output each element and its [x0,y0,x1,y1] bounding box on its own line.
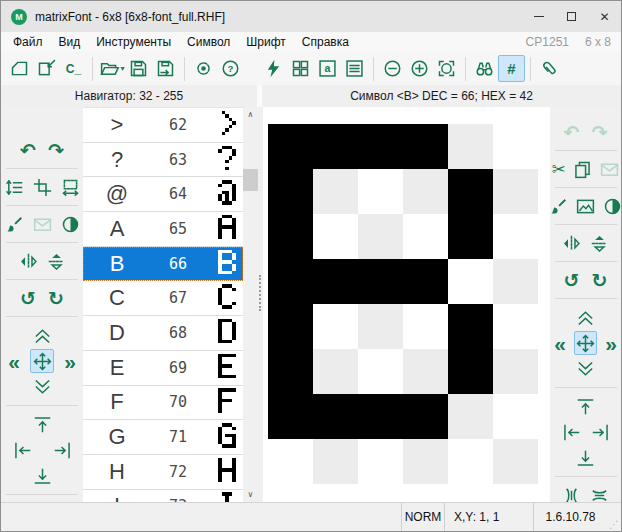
zoom-in-button[interactable] [406,55,433,82]
list-item-char-73[interactable]: I73 [83,490,243,502]
list-item-char-71[interactable]: G71 [83,420,243,455]
pixel-cell[interactable] [358,259,403,304]
char-height-button[interactable] [2,175,26,199]
list-item-char-63[interactable]: ?63 [83,143,243,178]
squeeze-horizontal-button[interactable] [560,483,584,502]
pixel-cell[interactable] [313,439,358,484]
pixel-cell[interactable] [403,214,448,259]
pixel-cell[interactable] [403,124,448,169]
list-item-char-68[interactable]: D68 [83,316,243,351]
resize-grip[interactable]: ⋰ [607,503,621,531]
find-button[interactable] [471,55,498,82]
shift-right-button[interactable]: » [58,349,82,373]
attach-button[interactable] [536,55,563,82]
menu-item-file[interactable]: Файл [5,33,51,51]
rotate-right-button[interactable]: ↻ [588,268,612,292]
maximize-button[interactable] [555,1,588,32]
pixel-cell[interactable] [403,169,448,214]
pixel-cell[interactable] [358,304,403,349]
flip-horizontal-button[interactable] [560,231,584,255]
pixel-cell[interactable] [313,124,358,169]
rotate-right-button[interactable]: ↻ [44,286,68,310]
grid-toggle-button[interactable]: # [498,55,525,82]
preview-text-button[interactable] [341,55,368,82]
menu-item-view[interactable]: Вид [51,33,89,51]
pixel-cell[interactable] [403,349,448,394]
snap-left-button[interactable] [559,420,583,444]
pixel-cell[interactable] [493,304,538,349]
pixel-cell[interactable] [268,349,313,394]
snap-bottom-button[interactable] [574,446,598,470]
pixel-cell[interactable] [403,304,448,349]
undo-button[interactable]: ↶ [16,138,40,162]
pixel-cell[interactable] [268,124,313,169]
pixel-cell[interactable] [358,394,403,439]
shift-up-button[interactable] [574,305,598,329]
list-item-char-66[interactable]: B66 [83,247,243,282]
list-item-char-64[interactable]: @64 [83,177,243,212]
scroll-down-arrow[interactable]: ∨ [243,487,258,502]
pixel-cell[interactable] [358,439,403,484]
flip-vertical-button[interactable] [588,231,612,255]
menu-item-help[interactable]: Справка [294,33,357,51]
pixel-cell[interactable] [403,439,448,484]
shift-left-button[interactable]: « [2,349,26,373]
font-new-button[interactable] [6,55,33,82]
pixel-cell[interactable] [358,169,403,214]
brush-button[interactable] [550,194,570,218]
copy-button[interactable] [571,157,594,181]
pixel-cell[interactable] [358,349,403,394]
pixel-cell[interactable] [313,169,358,214]
pixel-cell[interactable] [448,304,493,349]
shift-center-button[interactable] [30,349,54,373]
pixel-cell[interactable] [313,259,358,304]
pixel-cell[interactable] [268,394,313,439]
pixel-cell[interactable] [448,214,493,259]
charset-new-button[interactable]: C_ [60,55,87,82]
list-scrollbar[interactable]: ∧ ∨ [243,107,258,502]
scroll-up-arrow[interactable]: ∧ [243,107,258,122]
pixel-cell[interactable] [493,169,538,214]
pixel-cell[interactable] [313,214,358,259]
shift-center-button[interactable] [574,331,597,355]
snap-bottom-button[interactable] [30,464,54,488]
snap-left-button[interactable] [10,438,34,462]
list-item-char-65[interactable]: A65 [83,212,243,247]
pixel-cell[interactable] [268,214,313,259]
redo-button[interactable]: ↷ [44,138,68,162]
pixel-cell[interactable] [358,124,403,169]
list-item-char-69[interactable]: E69 [83,351,243,386]
list-item-char-72[interactable]: H72 [83,455,243,490]
pixel-cell[interactable] [493,394,538,439]
pixel-cell[interactable] [268,259,313,304]
rotate-left-button[interactable]: ↺ [560,268,584,292]
zoom-out-button[interactable] [379,55,406,82]
pixel-cell[interactable] [313,349,358,394]
pixel-cell[interactable] [493,259,538,304]
panel-splitter[interactable] [258,107,263,502]
snap-top-button[interactable] [30,412,54,436]
rotate-left-button[interactable]: ↺ [16,286,40,310]
font-import-button[interactable] [33,55,60,82]
save-as-button[interactable] [152,55,179,82]
crop-button[interactable] [30,175,54,199]
snap-right-button[interactable] [588,420,612,444]
menu-item-symbol[interactable]: Символ [179,33,238,51]
list-item-char-70[interactable]: F70 [83,386,243,421]
pixel-cell[interactable] [268,169,313,214]
shift-right-button[interactable]: » [601,331,621,355]
pixel-cell[interactable] [448,439,493,484]
preview-char-button[interactable]: a [314,55,341,82]
minimize-button[interactable] [522,1,555,32]
pixel-cell[interactable] [448,394,493,439]
invert-button[interactable] [58,212,82,236]
pixel-cell[interactable] [268,439,313,484]
cut-button[interactable]: ✂ [550,157,567,181]
list-item-char-67[interactable]: C67 [83,281,243,316]
shift-up-button[interactable] [30,323,54,347]
invert-button[interactable] [601,194,621,218]
pixel-cell[interactable] [448,349,493,394]
optimize-button[interactable] [260,55,287,82]
pixel-cell[interactable] [268,304,313,349]
shift-left-button[interactable]: « [550,331,570,355]
